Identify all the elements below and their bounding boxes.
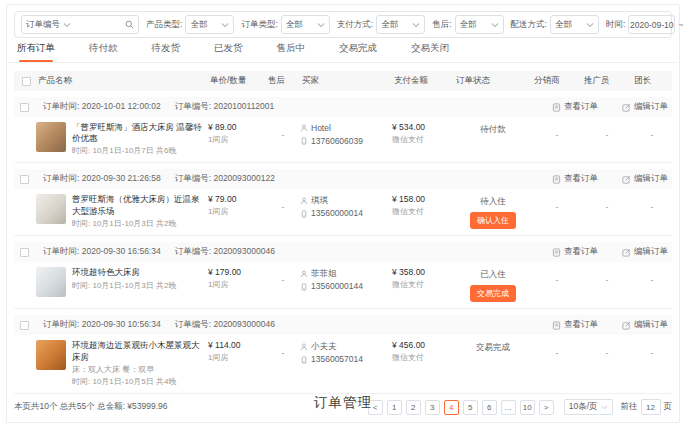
pay-amount: ¥ 358.00 (392, 267, 454, 277)
order-checkbox[interactable] (20, 321, 29, 330)
tab-after-sale[interactable]: 售后中 (277, 42, 306, 62)
select-value: 全部 (381, 19, 398, 31)
product-type-select[interactable]: 全部 (185, 15, 234, 34)
view-order-button[interactable]: 查看订单 (552, 101, 598, 113)
chevron-down-icon (221, 22, 229, 28)
edit-order-button[interactable]: 编辑订单 (622, 173, 668, 185)
tab-closed[interactable]: 交易关闭 (411, 42, 449, 62)
date-separator: ~ (678, 20, 683, 30)
status-cell: 待入住 确认入住 (454, 194, 532, 229)
tab-all-orders[interactable]: 所有订单 (17, 42, 55, 62)
tab-completed[interactable]: 交易完成 (339, 42, 377, 62)
status-cell: 交易完成 (454, 340, 532, 354)
filter-bar: 订单编号 产品类型: 全部 订单类型: 全部 支付方式: (14, 11, 672, 38)
product-cell: 「普罗旺斯海」酒店大床房 温馨特价优惠 时间: 10月1日-10月7日 共6晚 (36, 122, 208, 156)
product-name[interactable]: 普罗旺斯海（优雅大床房）近温泉大型游乐场 (72, 194, 204, 216)
view-order-button[interactable]: 查看订单 (552, 173, 598, 185)
pay-method: 微信支付 (392, 279, 454, 290)
unit-price: ¥ 79.00 (208, 194, 266, 204)
order-group-header: 订单时间: 2020-09-30 10:56:34 订单编号: 20200930… (14, 315, 672, 335)
status-text: 已入住 (454, 269, 532, 281)
order-checkbox[interactable] (20, 103, 29, 112)
col-promoter: 推广员 (582, 75, 632, 87)
status-cell: 已入住 交易完成 (454, 267, 532, 302)
product-image[interactable] (36, 122, 66, 152)
confirm-checkin-button[interactable]: 确认入住 (470, 212, 516, 229)
pay-amount: ¥ 534.00 (392, 122, 454, 132)
order-group: 订单时间: 2020-09-30 21:26:58 订单编号: 20200930… (14, 169, 672, 236)
filter-label: 产品类型: (146, 19, 182, 31)
product-image[interactable] (36, 267, 66, 297)
status-text: 待入住 (454, 196, 532, 208)
after-sale-cell: - (266, 340, 300, 358)
product-cell: 普罗旺斯海（优雅大床房）近温泉大型游乐场 时间: 10月1日-10月3日 共2晚 (36, 194, 208, 228)
view-order-icon (552, 175, 561, 184)
col-after-sale: 售后 (266, 75, 300, 87)
pay-cell: ¥ 358.00 微信支付 (392, 267, 454, 290)
pay-amount: ¥ 158.00 (392, 194, 454, 204)
product-cell: 环境超海边近景观街小木屋景观大床房 床：双人大床 餐：双早 时间: 10月1日-… (36, 340, 208, 387)
col-order-status: 订单状态 (454, 75, 532, 87)
product-name[interactable]: 「普罗旺斯海」酒店大床房 温馨特价优惠 (72, 122, 204, 144)
order-group-header: 订单时间: 2020-09-30 21:26:58 订单编号: 20200930… (14, 169, 672, 189)
product-time: 时间: 10月1日-10月3日 共2晚 (72, 219, 204, 229)
promoter-cell: - (582, 122, 632, 140)
product-time: 时间: 10月1日-10月3日 共2晚 (72, 281, 176, 291)
col-price-qty: 单价/数量 (208, 75, 266, 87)
leader-cell: - (632, 340, 672, 358)
page-title: 订单管理 (0, 394, 686, 412)
product-image[interactable] (36, 194, 66, 224)
search-input[interactable] (75, 17, 121, 32)
leader-cell: - (632, 267, 672, 285)
edit-order-button[interactable]: 编辑订单 (622, 101, 668, 113)
person-icon (300, 124, 308, 132)
quantity: 1间房 (208, 279, 266, 290)
pay-method: 微信支付 (392, 352, 454, 363)
search-field-label: 订单编号 (26, 19, 60, 31)
view-order-icon (552, 248, 561, 257)
price-qty-cell: ¥ 89.00 1间房 (208, 122, 266, 145)
search-field-select[interactable]: 订单编号 (22, 19, 75, 31)
product-image[interactable] (36, 340, 66, 370)
order-group: 订单时间: 2020-10-01 12:00:02 订单编号: 20201001… (14, 97, 672, 163)
view-order-icon (552, 103, 561, 112)
view-order-button[interactable]: 查看订单 (552, 319, 598, 331)
tab-shipped[interactable]: 已发货 (214, 42, 243, 62)
chevron-down-icon (491, 22, 499, 28)
after-sale-select[interactable]: 全部 (455, 15, 504, 34)
tab-to-ship[interactable]: 待发货 (152, 42, 181, 62)
status-text: 交易完成 (454, 342, 532, 354)
distributor-cell: - (532, 122, 582, 140)
search-icon[interactable] (121, 20, 138, 29)
select-value: 全部 (460, 19, 477, 31)
edit-order-icon (622, 321, 631, 330)
view-order-button[interactable]: 查看订单 (552, 246, 598, 258)
tab-pending-payment[interactable]: 待付款 (89, 42, 118, 62)
buyer-phone: 13560000144 (311, 280, 363, 293)
product-time: 时间: 10月1日-10月5日 共4晚 (72, 377, 204, 387)
distributor-cell: - (532, 267, 582, 285)
product-name[interactable]: 环境超海边近景观街小木屋景观大床房 (72, 340, 204, 362)
product-name[interactable]: 环境超特色大床房 (72, 267, 176, 278)
person-icon (300, 343, 308, 351)
edit-order-button[interactable]: 编辑订单 (622, 319, 668, 331)
buyer-name: 菲菲姐 (311, 267, 337, 280)
order-type-select[interactable]: 全部 (281, 15, 330, 34)
order-tabs: 所有订单 待付款 待发货 已发货 售后中 交易完成 交易关闭 (8, 38, 678, 63)
pay-cell: ¥ 456.00 微信支付 (392, 340, 454, 363)
order-number: 订单编号: 2020093000046 (175, 319, 275, 331)
select-all-checkbox[interactable] (22, 77, 31, 86)
delivery-select[interactable]: 全部 (550, 15, 599, 34)
pay-method-select[interactable]: 全部 (376, 15, 425, 34)
order-checkbox[interactable] (20, 248, 29, 257)
product-cell: 环境超特色大床房 时间: 10月1日-10月3日 共2晚 (36, 267, 208, 297)
filter-label: 售后: (432, 19, 451, 31)
unit-price: ¥ 89.00 (208, 122, 266, 132)
order-checkbox[interactable] (20, 175, 29, 184)
edit-order-button[interactable]: 编辑订单 (622, 246, 668, 258)
status-text: 待付款 (454, 124, 532, 136)
phone-icon (300, 137, 308, 145)
date-start-input[interactable]: 2020-09-10 (628, 15, 675, 34)
order-row: 普罗旺斯海（优雅大床房）近温泉大型游乐场 时间: 10月1日-10月3日 共2晚… (14, 189, 672, 235)
complete-trade-button[interactable]: 交易完成 (470, 285, 516, 302)
